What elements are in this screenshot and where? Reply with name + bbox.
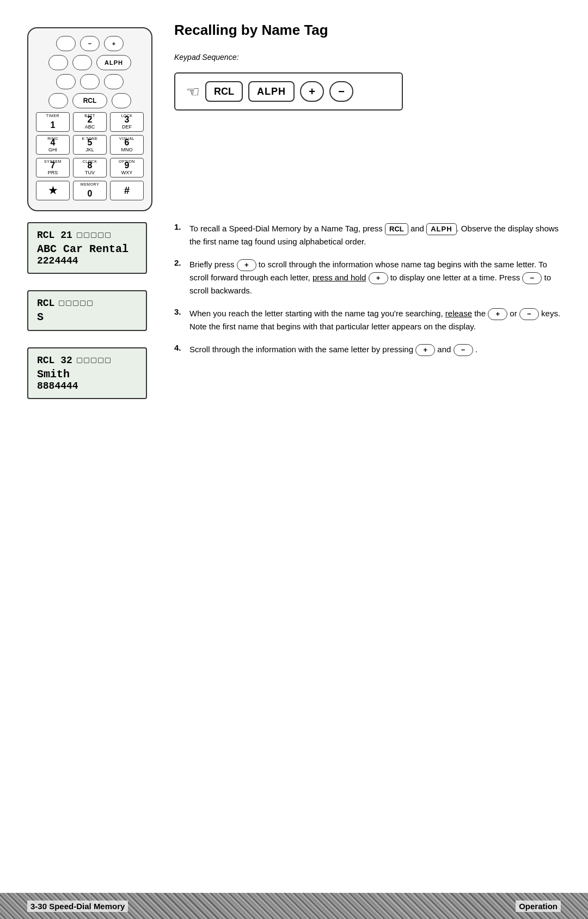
lcd-sq: [59, 301, 64, 306]
btn-hash[interactable]: #: [110, 181, 144, 200]
btn-1-sublabel: TIMER: [46, 114, 59, 118]
lcd-sq: [105, 232, 111, 238]
btn-4[interactable]: RING 4GHI: [36, 135, 70, 155]
btn-8-sublabel: CLOCK: [83, 160, 97, 163]
remote-row-1: − +: [36, 36, 144, 51]
press-hold-text: press and hold: [313, 273, 366, 282]
lcd-sq: [80, 301, 85, 306]
btn-3-sublabel: LOCK: [121, 114, 132, 118]
seq-btn-minus[interactable]: −: [329, 81, 353, 102]
inline-btn-minus-3[interactable]: −: [519, 308, 539, 320]
inline-btn-rcl[interactable]: RCL: [385, 223, 408, 235]
btn-empty-6[interactable]: [104, 74, 124, 89]
inline-btn-minus-4[interactable]: −: [454, 344, 473, 356]
step-1-num: 1.: [174, 222, 184, 231]
btn-minus[interactable]: −: [80, 36, 100, 51]
lcd-sq: [98, 232, 103, 238]
btn-empty-3[interactable]: [72, 55, 92, 70]
lcd-display-3-squares: [77, 358, 111, 363]
footer-bar: 3-30 Speed-Dial Memory Operation: [0, 893, 588, 919]
step-1-text: To recall a Speed-Dial Memory by a Name …: [189, 222, 561, 248]
page-title: Recalling by Name Tag: [174, 22, 561, 39]
inline-btn-plus-2[interactable]: +: [237, 259, 256, 271]
btn-empty-5[interactable]: [80, 74, 100, 89]
btn-8[interactable]: CLOCK 8TUV: [73, 158, 107, 177]
inline-btn-alph[interactable]: ALPH: [426, 223, 456, 235]
btn-1[interactable]: TIMER 1: [36, 112, 70, 132]
lcd-display-1-number: 2224444: [37, 255, 137, 266]
btn-9[interactable]: OPTION 9WXY: [110, 158, 144, 177]
step-4-text: Scroll through the information with the …: [189, 343, 561, 356]
remote-control: − + ALPH RCL: [27, 27, 152, 211]
footer-left-text: 3-30 Speed-Dial Memory: [27, 900, 128, 912]
lcd-display-3-rcl32: RCL 32: [37, 355, 72, 366]
step-2-text: Briefly press + to scroll through the in…: [189, 258, 561, 297]
top-section: − + ALPH RCL: [27, 22, 561, 211]
lcd-display-1-squares: [77, 232, 111, 238]
lcd-display-3-top: RCL 32: [37, 355, 137, 366]
btn-2[interactable]: BATT 2ABC: [73, 112, 107, 132]
left-displays: RCL 21 ABC Car Rental 2224444 RCL: [27, 222, 152, 405]
lcd-display-3-name: Smith: [37, 368, 137, 381]
inline-btn-plus-5[interactable]: +: [415, 344, 435, 356]
step-4: 4. Scroll through the information with t…: [174, 343, 561, 356]
btn-rcl[interactable]: RCL: [72, 93, 107, 108]
lcd-display-2-squares: [59, 301, 93, 306]
inline-btn-plus-3[interactable]: +: [369, 272, 388, 284]
seq-btn-plus[interactable]: +: [300, 81, 324, 102]
btn-5-sublabel: K TONE: [82, 137, 98, 140]
btn-7[interactable]: SYSTEM 7PRS: [36, 158, 70, 177]
seq-btn-rcl[interactable]: RCL: [205, 81, 243, 102]
btn-empty-1[interactable]: [56, 36, 76, 51]
remote-row-3: [36, 74, 144, 89]
btn-3[interactable]: LOCK 3DEF: [110, 112, 144, 132]
lcd-sq: [105, 358, 111, 363]
btn-empty-2[interactable]: [48, 55, 68, 70]
seq-btn-alph[interactable]: ALPH: [248, 81, 295, 102]
lcd-display-1-name: ABC Car Rental: [37, 243, 137, 255]
step-3-text: When you reach the letter starting with …: [189, 307, 561, 333]
lcd-sq: [91, 232, 96, 238]
step-4-num: 4.: [174, 343, 184, 352]
step-2: 2. Briefly press + to scroll through the…: [174, 258, 561, 297]
lcd-display-2-top: RCL: [37, 298, 137, 309]
btn-alph[interactable]: ALPH: [96, 55, 131, 70]
btn-plus[interactable]: +: [104, 36, 124, 51]
btn-5[interactable]: K TONE 5JKL: [73, 135, 107, 155]
btn-empty-4[interactable]: [56, 74, 76, 89]
keypad-sequence-label: Keypad Sequence:: [174, 53, 561, 62]
step-3: 3. When you reach the letter starting wi…: [174, 307, 561, 333]
btn-0[interactable]: MEMORY 0: [73, 181, 107, 200]
lcd-display-2-name: S: [37, 311, 137, 323]
btn-6-sublabel: VISUAL: [119, 137, 134, 140]
btn-star[interactable]: ★: [36, 181, 70, 200]
inline-btn-plus-4[interactable]: +: [488, 308, 507, 320]
lcd-sq: [91, 358, 96, 363]
hand-icon: ☞: [186, 83, 200, 101]
keypad-sequence-box: ☞ RCL ALPH + −: [174, 72, 403, 111]
btn-6[interactable]: VISUAL 6MNO: [110, 135, 144, 155]
lcd-display-1: RCL 21 ABC Car Rental 2224444: [27, 222, 147, 274]
remote-row-2: ALPH: [36, 55, 144, 70]
keypad-grid: TIMER 1 BATT 2ABC LOCK 3DEF RING 4GHI K …: [36, 112, 144, 200]
btn-7-sublabel: SYSTEM: [44, 160, 62, 163]
right-content: Recalling by Name Tag Keypad Sequence: ☞…: [174, 22, 561, 116]
lcd-sq: [84, 232, 89, 238]
lcd-display-1-top: RCL 21: [37, 230, 137, 241]
btn-4-sublabel: RING: [47, 137, 58, 140]
footer-right-text: Operation: [516, 900, 561, 912]
inline-btn-minus-2[interactable]: −: [522, 272, 542, 284]
btn-empty-8[interactable]: [112, 93, 131, 108]
lcd-display-2: RCL S: [27, 290, 147, 331]
btn-0-sublabel: MEMORY: [81, 182, 99, 186]
lcd-sq: [98, 358, 103, 363]
lcd-display-2-rcl: RCL: [37, 298, 54, 309]
lcd-display-3-number: 8884444: [37, 381, 137, 391]
lcd-sq: [77, 232, 82, 238]
btn-empty-7[interactable]: [48, 93, 68, 108]
page-content: − + ALPH RCL: [0, 0, 588, 882]
btn-9-sublabel: OPTION: [119, 160, 135, 163]
step-2-num: 2.: [174, 258, 184, 267]
lcd-sq: [66, 301, 71, 306]
step-3-num: 3.: [174, 307, 184, 316]
